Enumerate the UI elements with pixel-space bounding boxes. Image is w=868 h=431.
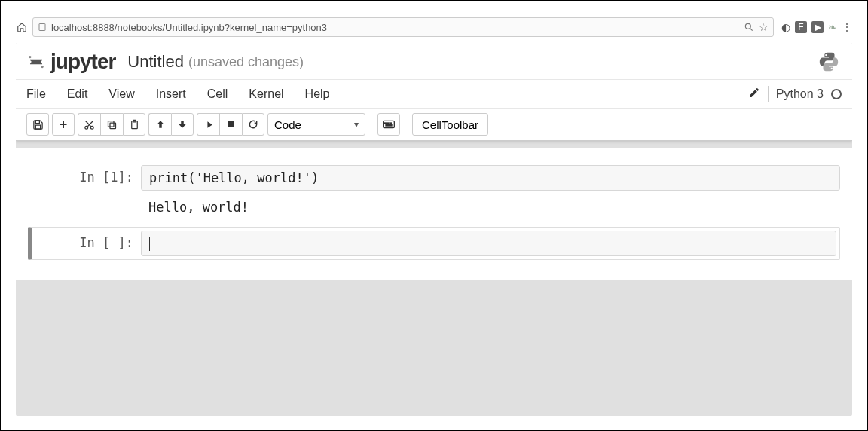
svg-point-3 xyxy=(41,66,44,68)
svg-rect-19 xyxy=(386,125,392,126)
svg-point-5 xyxy=(831,68,833,69)
kernel-name[interactable]: Python 3 xyxy=(776,87,824,101)
add-cell-button[interactable]: + xyxy=(52,113,75,136)
ext-icon-video[interactable]: ▶ xyxy=(811,21,824,33)
notebook-status: (unsaved changes) xyxy=(188,54,304,70)
menu-help[interactable]: Help xyxy=(305,87,330,101)
svg-rect-6 xyxy=(35,120,39,123)
interrupt-button[interactable] xyxy=(219,113,242,136)
code-cell-selected[interactable]: In [ ]: xyxy=(28,227,840,260)
jupyter-logo[interactable]: jupyter xyxy=(26,50,115,74)
url-bar[interactable]: localhost:8888/notebooks/Untitled.ipynb?… xyxy=(32,17,774,37)
jupyter-logo-icon xyxy=(26,52,46,72)
input-prompt: In [ ]: xyxy=(32,231,141,250)
menu-cell[interactable]: Cell xyxy=(207,87,228,101)
menu-edit[interactable]: Edit xyxy=(67,87,88,101)
url-text: localhost:8888/notebooks/Untitled.ipynb?… xyxy=(51,22,327,33)
celltype-select[interactable]: Code xyxy=(267,113,365,136)
output-row: In [1]: Hello, world! xyxy=(28,195,840,219)
celltoolbar-label: CellToolbar xyxy=(422,118,478,131)
browser-extensions: ◐ F ▶ ❧ ⋮ xyxy=(778,21,852,33)
menu-view[interactable]: View xyxy=(108,87,134,101)
svg-rect-17 xyxy=(387,123,389,124)
svg-rect-11 xyxy=(108,121,115,127)
output-text: Hello, world! xyxy=(141,195,840,219)
cursor-icon xyxy=(149,237,150,251)
input-prompt: In [1]: xyxy=(28,165,141,185)
svg-point-9 xyxy=(90,126,93,129)
jupyter-logo-text: jupyter xyxy=(50,50,115,74)
command-palette-button[interactable] xyxy=(377,113,400,136)
move-down-button[interactable] xyxy=(171,113,194,136)
divider xyxy=(768,86,769,102)
svg-rect-7 xyxy=(35,125,40,129)
cut-button[interactable] xyxy=(78,113,100,136)
svg-rect-16 xyxy=(385,123,387,124)
code-input[interactable]: print('Hello, world!') xyxy=(141,165,840,191)
restart-button[interactable] xyxy=(242,113,264,136)
save-button[interactable] xyxy=(26,113,49,136)
star-icon[interactable]: ☆ xyxy=(759,21,769,33)
menu-file[interactable]: File xyxy=(26,87,46,101)
zoom-icon[interactable] xyxy=(744,22,754,32)
ext-icon-f[interactable]: F xyxy=(795,21,807,33)
code-cell[interactable]: In [1]: print('Hello, world!') xyxy=(28,165,840,191)
notebook-title[interactable]: Untitled xyxy=(127,52,184,72)
menu-insert[interactable]: Insert xyxy=(156,87,186,101)
svg-point-2 xyxy=(29,56,31,58)
ext-icon-evernote[interactable]: ❧ xyxy=(828,21,837,33)
svg-point-8 xyxy=(85,126,88,129)
edit-icon[interactable] xyxy=(748,87,760,102)
celltype-selected: Code xyxy=(274,118,301,131)
copy-button[interactable] xyxy=(100,113,123,136)
code-input[interactable] xyxy=(141,231,836,256)
ext-icon-more[interactable]: ⋮ xyxy=(842,21,852,33)
celltoolbar-button[interactable]: CellToolbar xyxy=(412,113,488,136)
svg-rect-18 xyxy=(390,123,391,124)
python-logo-icon xyxy=(816,49,842,75)
menu-kernel[interactable]: Kernel xyxy=(249,87,283,101)
svg-point-4 xyxy=(825,54,827,56)
svg-rect-10 xyxy=(110,123,116,129)
home-icon[interactable] xyxy=(16,21,28,33)
svg-rect-14 xyxy=(228,121,234,127)
paste-button[interactable] xyxy=(123,113,145,136)
page-icon xyxy=(38,23,47,32)
move-up-button[interactable] xyxy=(148,113,171,136)
run-button[interactable] xyxy=(197,113,219,136)
ext-icon-adblock[interactable]: ◐ xyxy=(781,21,790,33)
kernel-indicator-icon xyxy=(831,89,842,99)
svg-rect-0 xyxy=(39,24,45,31)
svg-point-1 xyxy=(745,23,750,29)
